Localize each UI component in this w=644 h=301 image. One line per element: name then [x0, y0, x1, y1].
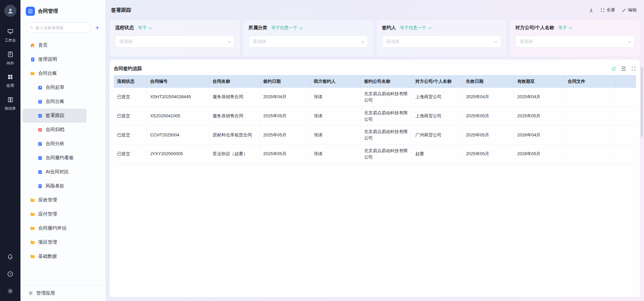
sidebar-item-project-mgmt[interactable]: 项目管理 [22, 235, 87, 249]
sidebar-item-usage-guide[interactable]: 使用说明 [22, 52, 87, 66]
sidebar-item-contract-ledger-folder[interactable]: 合同台账 [22, 66, 87, 80]
sidebar-item-label: 合同分析 [46, 141, 64, 147]
sidebar-item-home[interactable]: 首页 [22, 38, 87, 52]
column-header[interactable]: 合同编号 [147, 75, 209, 88]
column-header[interactable]: 签约日期 [260, 75, 310, 88]
table-cell: 服务器销售合同 [209, 88, 260, 107]
column-header[interactable]: 流程状态 [114, 75, 147, 88]
download-button[interactable] [589, 8, 594, 13]
rail-notifications-button[interactable] [7, 254, 13, 261]
column-header[interactable]: 签约公司名称 [361, 75, 412, 88]
column-header[interactable]: 我方签约人 [310, 75, 361, 88]
column-header[interactable]: 对方公司/个人名称 [412, 75, 463, 88]
manage-app-button[interactable]: 管理应用 [20, 285, 105, 301]
filter-operator[interactable]: 等于 [558, 25, 571, 31]
help-icon: ? [7, 271, 13, 279]
table-cell: XSHT202504026445 [147, 88, 209, 107]
chevron-down-icon [628, 40, 631, 43]
add-button[interactable]: + [95, 24, 99, 31]
search-box[interactable] [26, 22, 91, 33]
column-header[interactable]: 生效日期 [463, 75, 514, 88]
filter-select-placeholder: 请选择 [386, 39, 399, 45]
table-cell [564, 145, 615, 164]
search-icon [30, 25, 34, 30]
filter-operator[interactable]: 等于任意一个 [271, 25, 302, 31]
todo-icon [7, 51, 14, 59]
rail-item-todo[interactable]: 待办 [5, 51, 16, 66]
sidebar-item-ai-compare[interactable]: AIAI合同对比 [22, 165, 87, 179]
expand-button[interactable] [631, 66, 636, 71]
rail-settings-button[interactable] [7, 288, 13, 296]
sidebar-item-label: 合同起草 [46, 84, 64, 91]
sidebar-item-label: 风险条款 [46, 183, 64, 189]
sidebar-item-contract-ledger[interactable]: 合同台账 [22, 95, 87, 109]
table-cell [564, 126, 615, 145]
sidebar-item-label: 基础数据 [38, 253, 57, 259]
sidebar-item-base-data[interactable]: 基础数据 [22, 249, 87, 263]
table-row[interactable]: 已提交CCHT2025004原材料仓库租赁合同2025年05月张涛北京易点易动科… [114, 126, 636, 145]
fullscreen-button[interactable]: 全屏 [600, 7, 615, 13]
table-row[interactable]: 已提交XS2025041005服务器销售合同2025年05月张涛北京易点易动科技… [114, 107, 636, 126]
table-cell: 北京易点易动科技有限公司 [361, 88, 412, 107]
ai-blue-icon: AI [37, 169, 43, 175]
column-header[interactable]: 合同名称 [209, 75, 260, 88]
sidebar-item-contract-archive[interactable]: 合同归档 [22, 123, 87, 137]
sidebar-item-label: 签署跟踪 [46, 113, 64, 119]
filters: 流程状态等于请选择所属分类等于任意一个请选择签约人等于任意一个请选择对方公司/个… [110, 20, 640, 56]
sidebar-item-receivable-mgmt[interactable]: 应收管理 [22, 193, 87, 207]
scrollbar[interactable] [641, 67, 643, 137]
ledger-blue-icon [37, 99, 43, 104]
rail-item-knowledge[interactable]: 知识库 [5, 96, 16, 111]
filter-category: 所属分类等于任意一个请选择 [243, 20, 373, 56]
table-cell: 张涛 [310, 126, 361, 145]
rail-help-button[interactable]: ? [7, 271, 13, 279]
chart-blue-icon [37, 155, 43, 161]
column-header[interactable] [615, 75, 636, 88]
sidebar-item-sign-tracking[interactable]: 签署跟踪 [22, 109, 87, 123]
table-card: 合同签约追踪 流程状态合同编号合同名称签约日期我方签约人签约公司名称对方公司/个… [110, 60, 640, 297]
refresh-button[interactable] [611, 66, 616, 71]
table-row[interactable]: 已提交XSHT202504026445服务器销售合同2025年04月张涛北京易点… [114, 88, 636, 107]
folder-icon [30, 71, 35, 76]
sidebar-item-payable-mgmt[interactable]: 应付管理 [22, 207, 87, 221]
filter-select-placeholder: 请选择 [119, 39, 132, 45]
chevron-down-icon [494, 40, 498, 43]
table-toolbar [611, 66, 636, 71]
rail-item-workbench[interactable]: 工作台 [5, 28, 16, 43]
table-cell [615, 88, 636, 107]
sidebar-item-label: 首页 [38, 42, 48, 48]
rail-item-apps[interactable]: 应用 [5, 74, 16, 88]
table-header-row: 流程状态合同编号合同名称签约日期我方签约人签约公司名称对方公司/个人名称生效日期… [114, 75, 636, 88]
table-cell: 已提交 [114, 107, 147, 126]
filter-select[interactable]: 请选择 [382, 36, 501, 48]
chevron-down-icon [361, 40, 364, 43]
sidebar-item-performance-board[interactable]: 合同履约看板 [22, 151, 87, 165]
sidebar-item-label: 项目管理 [38, 239, 57, 245]
filter-operator[interactable]: 等于任意一个 [400, 25, 431, 31]
sidebar-item-contract-draft[interactable]: 合同起草 [22, 80, 87, 95]
list-icon [622, 67, 626, 71]
sidebar-item-contract-analysis[interactable]: 合同分析 [22, 137, 87, 151]
column-header[interactable]: 合同文件 [564, 75, 615, 88]
chart-blue-icon [37, 141, 43, 146]
edit-button[interactable]: 编辑 [622, 7, 637, 13]
filter-select[interactable]: 请选择 [115, 36, 234, 48]
table-cell: 2025年05月 [463, 145, 514, 164]
filter-select[interactable]: 请选择 [249, 36, 368, 48]
sidebar-item-performance-eval[interactable]: 合同履约评估 [22, 221, 87, 235]
table-cell: 2028年05月 [514, 145, 564, 164]
user-avatar[interactable] [4, 5, 16, 17]
bell-icon [7, 254, 13, 261]
topbar-actions: 全屏 编辑 [589, 7, 637, 13]
table-cell: 2025年05月 [463, 107, 514, 126]
column-header[interactable]: 有效期至 [514, 75, 564, 88]
list-view-button[interactable] [622, 67, 626, 71]
page-title: 签署跟踪 [111, 7, 131, 13]
sidebar-item-risk-terms[interactable]: 风险条款 [22, 179, 87, 193]
table-row[interactable]: 已提交JYXY202500005竞业协议（赵赓）2025年05月张涛北京易点易动… [114, 145, 636, 164]
filter-select[interactable]: 请选择 [515, 36, 635, 48]
table-cell: 已提交 [114, 145, 147, 164]
search-input[interactable] [36, 25, 88, 30]
filter-operator[interactable]: 等于 [138, 25, 151, 31]
folder-icon [30, 226, 35, 231]
